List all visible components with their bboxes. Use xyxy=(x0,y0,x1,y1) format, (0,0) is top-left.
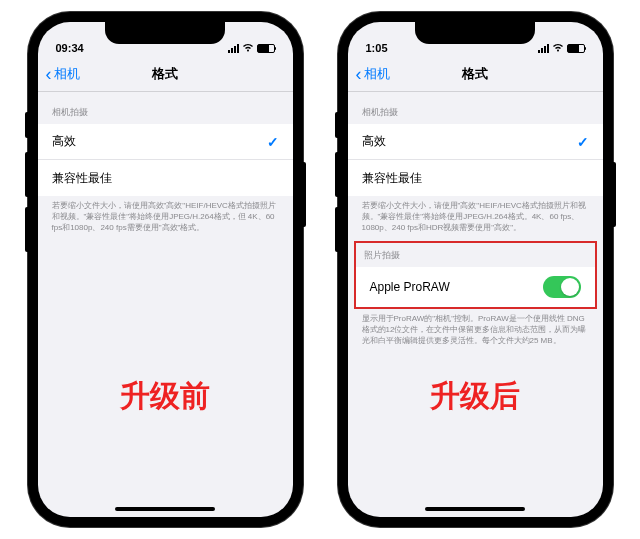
annotation-after: 升级后 xyxy=(430,376,520,417)
phone-frame-after: 1:05 ‹ 相机 格式 相机拍摄 高效 xyxy=(338,12,613,527)
home-indicator-icon[interactable] xyxy=(115,507,215,511)
signal-icon xyxy=(228,44,239,53)
side-button-icon xyxy=(25,152,28,197)
row-label: 高效 xyxy=(362,133,386,150)
battery-icon xyxy=(567,44,585,53)
row-high-efficiency[interactable]: 高效 ✓ xyxy=(348,124,603,160)
side-button-icon xyxy=(613,162,616,227)
section-header-capture: 相机拍摄 xyxy=(348,92,603,124)
proraw-toggle[interactable] xyxy=(543,276,581,298)
section-footer-capture: 若要缩小文件大小，请使用高效"高效"HEIF/HEVC格式拍摄照片和视频。"兼容… xyxy=(38,196,293,241)
phone-frame-before: 09:34 ‹ 相机 格式 相机拍摄 高效 xyxy=(28,12,303,527)
side-button-icon xyxy=(335,152,338,197)
nav-back-label: 相机 xyxy=(364,65,390,83)
notch-icon xyxy=(105,22,225,44)
side-button-icon xyxy=(335,207,338,252)
notch-icon xyxy=(415,22,535,44)
section-footer-capture: 若要缩小文件大小，请使用"高效"HEIF/HEVC格式拍摄照片和视频。"兼容性最… xyxy=(348,196,603,241)
row-high-efficiency[interactable]: 高效 ✓ xyxy=(38,124,293,160)
highlight-annotation-box: 照片拍摄 Apple ProRAW xyxy=(354,241,597,309)
row-label: 兼容性最佳 xyxy=(52,170,112,187)
home-indicator-icon[interactable] xyxy=(425,507,525,511)
row-label: Apple ProRAW xyxy=(370,280,450,294)
chevron-left-icon: ‹ xyxy=(46,65,52,83)
row-most-compatible[interactable]: 兼容性最佳 xyxy=(348,160,603,196)
nav-back-label: 相机 xyxy=(54,65,80,83)
side-button-icon xyxy=(25,207,28,252)
nav-back-button[interactable]: ‹ 相机 xyxy=(46,65,80,83)
row-most-compatible[interactable]: 兼容性最佳 xyxy=(38,160,293,196)
chevron-left-icon: ‹ xyxy=(356,65,362,83)
side-button-icon xyxy=(335,112,338,138)
wifi-icon xyxy=(552,43,564,54)
battery-icon xyxy=(257,44,275,53)
wifi-icon xyxy=(242,43,254,54)
row-label: 兼容性最佳 xyxy=(362,170,422,187)
section-header-capture: 相机拍摄 xyxy=(38,92,293,124)
row-apple-proraw[interactable]: Apple ProRAW xyxy=(356,267,595,307)
signal-icon xyxy=(538,44,549,53)
status-indicators xyxy=(538,43,585,54)
annotation-before: 升级前 xyxy=(120,376,210,417)
toggle-knob-icon xyxy=(561,278,579,296)
section-header-photo: 照片拍摄 xyxy=(356,243,595,267)
nav-title: 格式 xyxy=(152,65,178,83)
section-footer-photo: 显示用于ProRAW的"相机"控制。ProRAW是一个使用线性 DNG 格式的1… xyxy=(348,309,603,354)
checkmark-icon: ✓ xyxy=(267,134,279,150)
status-time: 09:34 xyxy=(56,42,84,54)
row-label: 高效 xyxy=(52,133,76,150)
side-button-icon xyxy=(25,112,28,138)
side-button-icon xyxy=(303,162,306,227)
nav-back-button[interactable]: ‹ 相机 xyxy=(356,65,390,83)
status-time: 1:05 xyxy=(366,42,388,54)
status-indicators xyxy=(228,43,275,54)
nav-title: 格式 xyxy=(462,65,488,83)
checkmark-icon: ✓ xyxy=(577,134,589,150)
